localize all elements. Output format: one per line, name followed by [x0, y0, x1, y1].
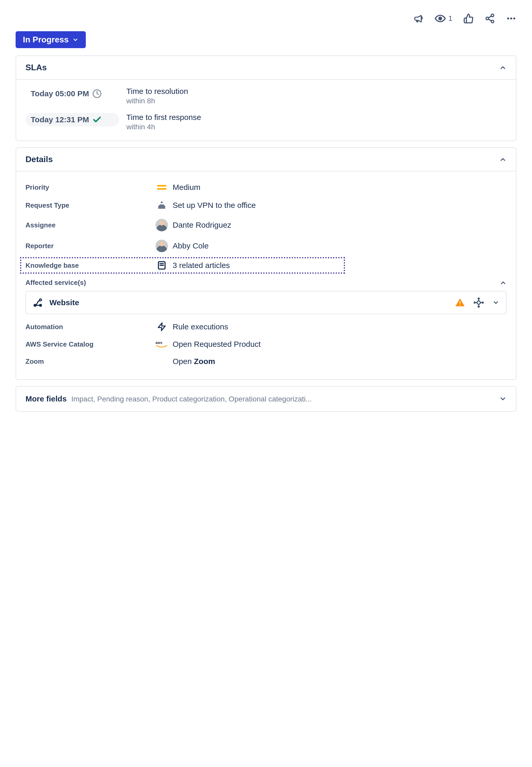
automation-value: Rule executions: [173, 322, 228, 331]
sla-sub: within 8h: [126, 97, 188, 105]
vpn-icon: [157, 200, 167, 210]
opsgenie-icon: [474, 298, 484, 307]
reporter-field[interactable]: Reporter Abby Cole: [25, 235, 507, 256]
eye-icon: [435, 13, 446, 24]
svg-point-6: [507, 17, 509, 20]
avatar: [155, 219, 168, 231]
aws-field[interactable]: AWS Service Catalog aws Open Requested P…: [25, 335, 507, 353]
svg-point-24: [478, 298, 479, 299]
details-panel: Details Priority Medium Request Type Set…: [16, 147, 516, 380]
svg-point-0: [439, 17, 442, 20]
assignee-field[interactable]: Assignee Dante Rodriguez: [25, 215, 507, 235]
check-icon: [92, 115, 102, 124]
request-type-field[interactable]: Request Type Set up VPN to the office: [25, 196, 507, 215]
more-fields-sub: Impact, Pending reason, Product categori…: [71, 395, 312, 403]
zoom-value: Open Zoom: [173, 357, 215, 366]
more-icon: [506, 13, 516, 24]
chevron-up-icon: [499, 64, 507, 71]
more-fields-panel[interactable]: More fields Impact, Pending reason, Prod…: [16, 386, 516, 412]
svg-text:aws: aws: [155, 340, 163, 345]
reporter-value: Abby Cole: [173, 241, 209, 250]
svg-marker-28: [158, 323, 165, 331]
knowledge-base-field[interactable]: Knowledge base 3 related articles: [21, 258, 344, 272]
share-button[interactable]: [485, 13, 495, 24]
svg-point-19: [477, 301, 481, 304]
chevron-up-icon: [500, 279, 507, 286]
svg-rect-18: [459, 305, 460, 305]
chevron-down-icon: [72, 37, 79, 43]
sla-row: Today 05:00 PM Time to resolution within…: [25, 87, 507, 105]
share-icon: [485, 13, 495, 24]
svg-line-4: [488, 19, 491, 21]
aws-value: Open Requested Product: [173, 340, 261, 348]
service-graph-icon: [33, 297, 44, 308]
lightning-icon: [157, 322, 166, 331]
details-header[interactable]: Details: [16, 148, 516, 171]
chevron-down-icon: [499, 395, 507, 403]
megaphone-icon: [413, 13, 424, 24]
more-fields-label: More fields: [25, 395, 67, 403]
automation-field[interactable]: Automation Rule executions: [25, 318, 507, 335]
slas-title: SLAs: [25, 63, 47, 72]
svg-point-7: [510, 17, 512, 20]
service-name: Website: [49, 298, 79, 307]
thumbs-up-icon: [463, 13, 474, 24]
sla-title: Time to resolution: [126, 87, 188, 96]
sla-time-badge: Today 05:00 PM: [25, 87, 119, 100]
watch-button[interactable]: 1: [435, 13, 452, 24]
more-actions-button[interactable]: [506, 13, 516, 24]
details-title: Details: [25, 154, 53, 164]
more-fields-header[interactable]: More fields Impact, Pending reason, Prod…: [16, 387, 516, 411]
request-type-value: Set up VPN to the office: [173, 201, 256, 210]
priority-value: Medium: [173, 183, 200, 192]
chevron-up-icon: [499, 156, 507, 163]
svg-rect-17: [459, 301, 460, 304]
zoom-field[interactable]: Zoom Open Zoom: [25, 353, 507, 370]
sla-sub: within 4h: [126, 123, 201, 131]
aws-icon: aws: [155, 340, 168, 348]
svg-point-26: [474, 302, 475, 303]
watch-count: 1: [448, 14, 452, 23]
priority-medium-icon: [157, 184, 166, 190]
svg-line-5: [488, 16, 491, 18]
svg-point-27: [482, 302, 483, 303]
chevron-down-icon[interactable]: [492, 299, 499, 306]
affected-services-header[interactable]: Affected service(s): [25, 274, 507, 291]
knowledge-base-value: 3 related articles: [173, 261, 230, 270]
feedback-button[interactable]: [413, 13, 424, 24]
article-icon: [157, 260, 167, 270]
svg-point-8: [513, 17, 515, 20]
sla-row: Today 12:31 PM Time to first response wi…: [25, 113, 507, 131]
affected-service-item[interactable]: Website: [25, 291, 507, 314]
status-dropdown[interactable]: In Progress: [16, 31, 86, 48]
assignee-value: Dante Rodriguez: [173, 221, 231, 229]
status-label: In Progress: [23, 35, 69, 44]
sla-time-badge: Today 12:31 PM: [25, 113, 119, 126]
clock-icon: [92, 89, 102, 98]
warning-icon: [455, 298, 465, 307]
sla-title: Time to first response: [126, 113, 201, 122]
avatar: [155, 240, 168, 252]
slas-panel: SLAs Today 05:00 PM Time to resolution w…: [16, 55, 516, 141]
svg-point-25: [478, 306, 479, 307]
priority-field[interactable]: Priority Medium: [25, 179, 507, 196]
vote-button[interactable]: [463, 13, 474, 24]
slas-header[interactable]: SLAs: [16, 56, 516, 80]
